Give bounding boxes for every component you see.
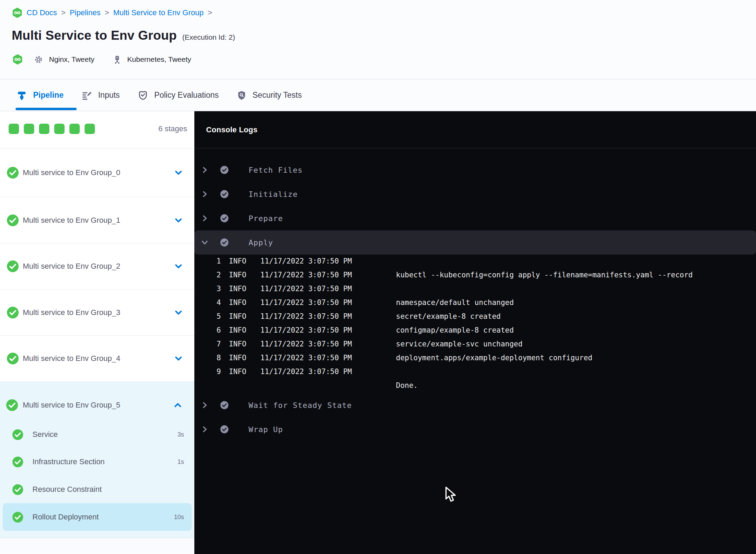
console-step-prepare[interactable]: Prepare [194,211,756,225]
tab-inputs[interactable]: Inputs [81,90,120,101]
console-step-initialize[interactable]: Initialize [194,187,756,201]
log-line-5: 5INFO11/17/2022 3:07:50 PMsecret/example… [194,309,756,323]
stage-row-3[interactable]: Multi service to Env Group_3 [0,289,194,336]
tab-policy-evaluations-label: Policy Evaluations [154,90,219,100]
breadcrumb-pipelines[interactable]: Pipelines [70,8,100,17]
header: CD Docs > Pipelines > Multi Service to E… [0,0,756,79]
step-row-rollout-deployment[interactable]: Rollout Deployment 10s [3,503,192,531]
environments-icon [113,55,122,64]
chevron-right-icon[interactable] [201,214,209,222]
page-title: Multi Service to Env Group [12,28,177,43]
log-timestamp: 11/17/2022 3:07:50 PM [260,257,367,265]
tabbar: Pipeline Inputs Policy Evaluations Secur… [0,79,756,111]
chevron-down-icon[interactable] [174,216,183,225]
stage-row-0[interactable]: Multi service to Env Group_0 [0,149,194,197]
log-message: configmap/example-8 created [396,326,514,334]
stage-square [9,124,19,134]
step-label: Service [32,430,58,439]
log-message: deployment.apps/example-deployment confi… [396,354,592,362]
log-line-7: 7INFO11/17/2022 3:07:50 PMservice/exampl… [194,337,756,351]
console-step-label: Wait for Steady State [249,401,352,410]
stage-row-5[interactable]: Multi service to Env Group_5 [0,392,194,418]
console-step-apply[interactable]: Apply [194,230,756,255]
log-timestamp: 11/17/2022 3:07:50 PM [260,354,367,362]
log-level: INFO [229,326,250,334]
services-gear-icon [34,55,43,64]
log-line-number: 6 [194,326,221,334]
tab-policy-evaluations[interactable]: Policy Evaluations [138,90,219,101]
step-row-service[interactable]: Service 3s [3,421,192,448]
log-line-number: 8 [194,354,221,362]
success-check-icon [7,353,19,364]
stage-square [54,124,65,134]
step-success-badge-icon [220,425,229,434]
log-message: Done. [396,381,418,390]
chevron-down-icon[interactable] [174,262,183,270]
step-row-resource-constraint[interactable]: Resource Constraint [3,476,192,503]
stage-square [24,124,34,134]
log-line-6: 6INFO11/17/2022 3:07:50 PMconfigmap/exam… [194,323,756,337]
tab-security-tests[interactable]: Security Tests [237,90,302,100]
chevron-right-icon[interactable] [201,166,209,174]
step-label: Rollout Deployment [32,513,99,522]
log-timestamp: 11/17/2022 3:07:50 PM [260,326,367,334]
stage-group-expanded: Multi service to Env Group_5 Service 3s … [0,382,194,538]
console-step-fetch-files[interactable]: Fetch Files [194,163,756,177]
step-success-badge-icon [220,238,229,247]
breadcrumb-pipeline-name[interactable]: Multi Service to Env Group [113,8,204,17]
success-check-icon [7,307,19,318]
step-label: Infrastructure Section [32,457,105,466]
stage-row-2[interactable]: Multi service to Env Group_2 [0,243,194,289]
stage-label: Multi service to Env Group_0 [23,168,120,177]
chevron-right-icon[interactable] [201,401,209,409]
tab-security-tests-label: Security Tests [253,90,302,100]
log-line-8: 8INFO11/17/2022 3:07:50 PMdeployment.app… [194,351,756,365]
success-check-icon [7,214,19,226]
breadcrumb-separator: > [61,8,66,17]
chevron-right-icon[interactable] [201,426,209,433]
stage-row-1[interactable]: Multi service to Env Group_1 [0,197,194,243]
tab-pipeline[interactable]: Pipeline [17,90,64,101]
step-duration: 3s [177,431,184,438]
console-title: Console Logs [206,125,258,134]
log-line-3: 3INFO11/17/2022 3:07:50 PM [194,282,756,296]
log-line-number: 9 [194,367,221,376]
log-level: INFO [229,257,250,265]
breadcrumb: CD Docs > Pipelines > Multi Service to E… [12,8,212,18]
log-output: 1INFO11/17/2022 3:07:50 PM 2INFO11/17/20… [194,254,756,392]
console-step-label: Fetch Files [249,166,303,174]
inputs-icon [81,90,92,101]
chevron-down-icon[interactable] [174,169,183,177]
chevron-right-icon[interactable] [201,190,209,198]
log-level: INFO [229,354,250,362]
chevron-up-icon[interactable] [174,401,182,409]
breadcrumb-cd-docs[interactable]: CD Docs [27,8,57,17]
log-line-number: 7 [194,340,221,348]
step-row-infrastructure[interactable]: Infrastructure Section 1s [3,448,192,476]
services-label: Nginx, Tweety [49,55,95,64]
stage-row-4[interactable]: Multi service to Env Group_4 [0,336,194,382]
chevron-down-icon[interactable] [201,239,209,246]
stage-count-label: 6 stages [158,124,187,133]
log-line-number: 3 [194,285,221,293]
console-step-wrap-up[interactable]: Wrap Up [194,422,756,436]
step-success-badge-icon [220,214,229,223]
console-step-wait-steady-state[interactable]: Wait for Steady State [194,398,756,412]
log-message: kubectl --kubeconfig=config apply --file… [396,271,693,279]
step-duration: 1s [177,458,184,466]
stage-square [69,124,80,134]
success-check-icon [7,167,19,179]
chevron-down-icon[interactable] [174,354,183,363]
stage-progress-squares [9,124,95,134]
success-check-icon [6,399,18,411]
log-message: service/example-svc unchanged [396,340,523,348]
security-shield-search-icon [237,90,246,100]
success-check-icon [12,429,23,440]
log-level: INFO [229,271,250,279]
chevron-down-icon[interactable] [174,308,183,317]
main-content: 6 stages Multi service to Env Group_0 Mu… [0,111,756,554]
log-level: INFO [229,367,250,376]
success-check-icon [7,260,19,272]
environments-label: Kubernetes, Tweety [127,55,191,64]
harness-cd-icon [12,54,23,65]
